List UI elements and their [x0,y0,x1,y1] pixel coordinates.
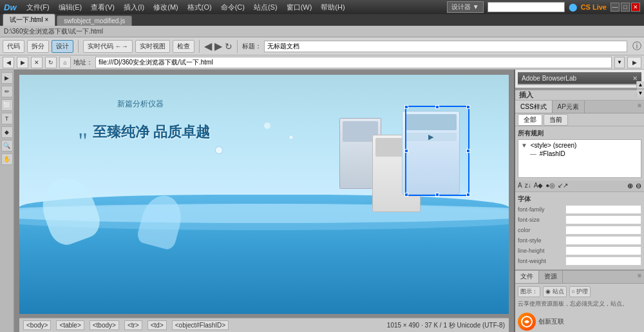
scroll-up-arrow[interactable]: ▲ [637,81,644,89]
site-tool[interactable]: ◉ 站点 [543,286,567,297]
current-rule-tab[interactable]: 当前 [544,114,568,126]
search-input[interactable] [488,2,565,12]
prop-value-color[interactable] [565,226,641,235]
close-button[interactable]: ✕ [631,3,640,12]
css-ap-tabs: CSS样式 AP元素 ≡ [515,101,644,113]
url-input[interactable] [95,57,612,68]
css-panel-menu[interactable]: ≡ [635,101,644,113]
menu-edit[interactable]: 编辑(E) [55,2,86,13]
next-page-icon[interactable]: ▶ [214,40,222,52]
banner-subtitle: 新篇分析仪器 [117,99,164,110]
handle-bl[interactable] [404,193,408,197]
file-panel-toolbar: 图示： ◉ 站点 ○ 护理 [518,286,641,297]
menu-help[interactable]: 帮助(H) [317,2,348,13]
tag-body[interactable]: <body> [23,320,51,330]
cs-live-icon: ⬤ [569,3,577,12]
menu-file[interactable]: 文件(F) [23,2,53,13]
handle-tm[interactable] [435,105,439,109]
browser-lab-panel: Adobe BrowserLab ✕ ▲ ▼ [515,70,644,89]
minimize-button[interactable]: — [611,3,620,12]
diagram-tool[interactable]: 图示： [518,286,540,297]
menu-insert[interactable]: 插入(I) [120,2,147,13]
handle-bm[interactable] [435,193,439,197]
handle-tl[interactable] [404,105,408,109]
css-styles-tab[interactable]: CSS样式 [515,101,553,113]
rect-tool[interactable]: ⬜ [1,99,13,111]
design-canvas[interactable]: 新篇分析仪器 " 至臻纯净 品质卓越 ▶ [19,75,509,314]
nav-refresh-button[interactable]: ↻ [45,57,57,68]
menu-view[interactable]: 查看(V) [88,2,118,13]
scroll-down-arrow[interactable]: ▼ [637,89,644,97]
check-button[interactable]: 检查 [173,40,194,53]
menu-command[interactable]: 命令(C) [218,2,248,13]
menu-modify[interactable]: 修改(M) [150,2,182,13]
nav-back-button[interactable]: ◀ [3,57,14,68]
tab-html[interactable]: 试一下.html × [3,14,55,26]
style-screen-rule[interactable]: ▼ <style> (screen) [520,141,639,150]
prev-page-icon[interactable]: ◀ [204,40,212,52]
logo-icon [518,313,536,331]
window-controls: — □ ✕ [611,3,640,12]
browser-lab-close[interactable]: ✕ [632,75,638,82]
ap-elements-tab[interactable]: AP元素 [553,101,585,113]
tag-tbody[interactable]: <tbody> [90,320,119,330]
tag-object[interactable]: <object#FlashID> [172,320,229,330]
handle-tr[interactable] [466,105,470,109]
tag-tr[interactable]: <tr> [124,320,142,330]
add-property-button[interactable]: ⊕ [627,182,633,190]
url-dropdown[interactable]: ▼ [614,57,625,68]
handle-ml[interactable] [404,149,408,153]
refresh-icon[interactable]: ↻ [225,41,232,52]
prop-name-font-weight: font-weight [518,258,563,264]
prop-value-font-family[interactable] [565,205,641,214]
file-panel-menu[interactable]: ≡ [635,271,644,283]
tab-js[interactable]: swfobject_modified.js [57,15,132,26]
restore-button[interactable]: □ [621,3,630,12]
realtime-view-button[interactable]: 实时视图 [135,40,170,53]
prop-value-font-style[interactable] [565,236,641,245]
home-button[interactable]: ⌂ [59,57,71,68]
tag-td[interactable]: <td> [147,320,167,330]
realtime-code-button[interactable]: 实时代码 ←→ [83,40,133,53]
prop-value-line-height[interactable] [565,246,641,255]
menu-window[interactable]: 窗口(W) [283,2,316,13]
protect-tool[interactable]: ○ 护理 [569,286,591,297]
select-tool[interactable]: ▶ [1,72,13,84]
design-view-button[interactable]: 设计 [52,40,73,53]
link-icon[interactable]: ↙↗ [558,182,568,190]
code-view-button[interactable]: 代码 [3,40,24,53]
prop-value-font-weight[interactable] [565,257,641,266]
handle-br[interactable] [466,193,470,197]
hand-tool[interactable]: ✋ [1,153,13,165]
assets-tab[interactable]: 资源 [539,271,563,283]
diamond-tool[interactable]: ◆ [1,126,13,138]
color-icon[interactable]: ●◎ [545,182,555,190]
cs-live-label[interactable]: CS Live [581,3,607,11]
expand-icon: ▼ [521,142,527,149]
title-bar: Dw 文件(F) 编辑(E) 查看(V) 插入(I) 修改(M) 格式(O) 命… [0,0,644,14]
font-icon[interactable]: A [518,182,522,190]
nav-stop-button[interactable]: ✕ [31,57,43,68]
prop-value-font-size[interactable] [565,215,641,224]
zoom-tool[interactable]: 🔍 [1,140,13,151]
delete-property-button[interactable]: ⊖ [636,182,641,190]
flash-id-rule[interactable]: — #FlashID [520,150,639,158]
text-tool[interactable]: T [1,113,13,124]
designer-button[interactable]: 设计器 ▼ [447,1,484,13]
nav-forward-button[interactable]: ▶ [17,57,28,68]
split-view-button[interactable]: 拆分 [27,40,49,53]
file-tab[interactable]: 文件 [515,271,539,283]
style-icon[interactable]: A◆ [534,182,544,190]
menu-site[interactable]: 站点(S) [251,2,281,13]
all-rules-tab[interactable]: 全部 [518,114,542,126]
browse-button[interactable]: ▶ [627,57,641,68]
prop-font-family: font-family [518,205,641,214]
handle-mr[interactable] [466,149,470,153]
rules-label: 所有规则 [518,129,641,138]
menu-format[interactable]: 格式(O) [184,2,215,13]
tag-table[interactable]: <table> [56,320,84,330]
page-title-input[interactable] [264,41,627,52]
edit-tool[interactable]: ✏ [1,86,13,97]
selection-rect [405,106,469,196]
sort-icon[interactable]: z↓ [525,182,531,190]
